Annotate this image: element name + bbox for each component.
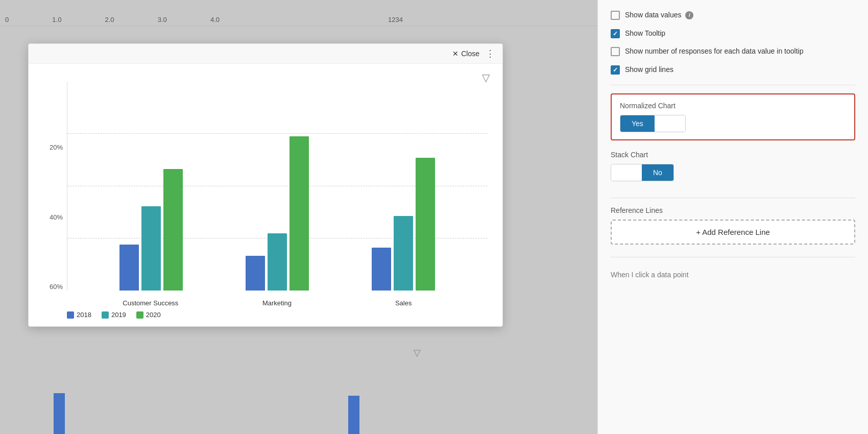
y-label-60: 60% (50, 283, 63, 291)
modal-chart: 60% 40% 20% (39, 71, 492, 321)
bar-mkt-2019[interactable] (268, 233, 287, 291)
bar-sales-2020[interactable] (416, 158, 435, 291)
legend-dot-2018 (67, 311, 74, 319)
top-left-axis: 0 1.0 2.0 3.0 4.0 (3, 4, 220, 27)
modal-body: ▽ 60% 40% 20% (29, 64, 502, 326)
bar-mkt-2020[interactable] (290, 136, 309, 291)
close-button[interactable]: ✕ Close (452, 50, 479, 58)
show-tooltip-label: Show Tooltip (625, 29, 665, 39)
bottom-bar-2 (348, 396, 359, 434)
close-x-icon: ✕ (452, 50, 459, 58)
y-label-20: 20% (50, 143, 63, 151)
stack-yes-button[interactable] (611, 164, 642, 181)
chart-legend: 2018 2019 2020 (67, 311, 161, 319)
axis-label-0: 0 (5, 16, 9, 23)
x-label-marketing: Marketing (214, 299, 341, 307)
show-responses-row: Show number of responses for each data v… (611, 46, 855, 57)
top-axis-line (0, 26, 597, 26)
bottom-bars-area (0, 363, 597, 434)
axis-label-r2: 2 (392, 16, 395, 23)
axis-label-r4: 4 (399, 16, 403, 23)
show-tooltip-row: Show Tooltip (611, 29, 855, 39)
show-grid-lines-row: Show grid lines (611, 65, 855, 75)
reference-lines-section: Reference Lines + Add Reference Line (611, 206, 855, 245)
axis-label-3: 3.0 (158, 16, 167, 23)
modal-header: ✕ Close ⋮ (29, 44, 502, 64)
divider-3 (611, 257, 855, 257)
normalized-chart-section: Normalized Chart Yes (611, 93, 855, 140)
x-label-sales: Sales (340, 299, 467, 307)
stack-toggle-group: No (611, 164, 674, 181)
close-label: Close (461, 50, 479, 58)
reference-lines-title: Reference Lines (611, 206, 855, 214)
bar-sales-2019[interactable] (394, 216, 413, 291)
y-label-40: 40% (50, 213, 63, 221)
axis-label-4: 4.0 (210, 16, 220, 23)
divider-1 (611, 85, 855, 85)
x-axis-labels: Customer Success Marketing Sales (67, 299, 487, 307)
stack-no-button[interactable]: No (642, 164, 673, 181)
show-responses-checkbox[interactable] (611, 47, 620, 56)
bar-group-sales (372, 158, 435, 291)
bar-cs-2020[interactable] (163, 169, 183, 291)
bottom-filter-icon[interactable]: ▽ (414, 347, 421, 358)
chart-area: 0 1.0 2.0 3.0 4.0 1 2 3 4 ✕ Close ⋮ ▽ (0, 0, 597, 434)
legend-label-2018: 2018 (77, 311, 91, 319)
normalized-yes-button[interactable]: Yes (620, 115, 655, 132)
show-tooltip-checkbox[interactable] (611, 29, 620, 38)
bar-sales-2018[interactable] (372, 248, 391, 291)
stack-chart-title: Stack Chart (611, 151, 855, 159)
normalized-toggle-group: Yes (620, 115, 686, 132)
bar-mkt-2018[interactable] (246, 256, 265, 291)
bar-group-marketing (246, 136, 309, 291)
stack-chart-section: Stack Chart No (611, 151, 855, 181)
axis-label-1: 1.0 (52, 16, 61, 23)
show-data-values-checkbox[interactable] (611, 11, 620, 20)
more-options-button[interactable]: ⋮ (486, 49, 495, 58)
axis-label-2: 2.0 (105, 16, 114, 23)
normalized-no-button[interactable] (655, 115, 685, 132)
show-data-values-row: Show data values i (611, 10, 855, 20)
show-grid-lines-checkbox[interactable] (611, 65, 620, 75)
when-click-label: When I click a data point (611, 271, 855, 279)
legend-2020: 2020 (136, 311, 161, 319)
axis-label-r1: 1 (388, 16, 392, 23)
right-panel: Show data values i Show Tooltip Show num… (597, 0, 868, 434)
bottom-bar-1 (54, 393, 65, 434)
show-data-values-label: Show data values i (625, 10, 693, 20)
show-grid-lines-label: Show grid lines (625, 65, 673, 75)
legend-label-2019: 2019 (111, 311, 126, 319)
show-responses-label: Show number of responses for each data v… (625, 46, 803, 57)
legend-2018: 2018 (67, 311, 91, 319)
divider-2 (611, 198, 855, 198)
bar-cs-2019[interactable] (141, 206, 161, 291)
bar-group-customer-success (119, 169, 183, 291)
normalized-chart-title: Normalized Chart (620, 102, 846, 110)
info-icon: i (685, 11, 693, 19)
add-reference-line-button[interactable]: + Add Reference Line (611, 220, 855, 245)
legend-2019: 2019 (102, 311, 126, 319)
bar-groups (67, 82, 487, 291)
x-label-customer-success: Customer Success (87, 299, 214, 307)
legend-label-2020: 2020 (146, 311, 161, 319)
legend-dot-2020 (136, 311, 143, 319)
plot-area (67, 82, 487, 291)
bar-cs-2018[interactable] (119, 245, 139, 291)
chart-modal: ✕ Close ⋮ ▽ 60% 40% 20% (28, 43, 503, 327)
axis-label-r3: 3 (395, 16, 399, 23)
legend-dot-2019 (102, 311, 109, 319)
y-axis: 60% 40% 20% (39, 71, 67, 291)
